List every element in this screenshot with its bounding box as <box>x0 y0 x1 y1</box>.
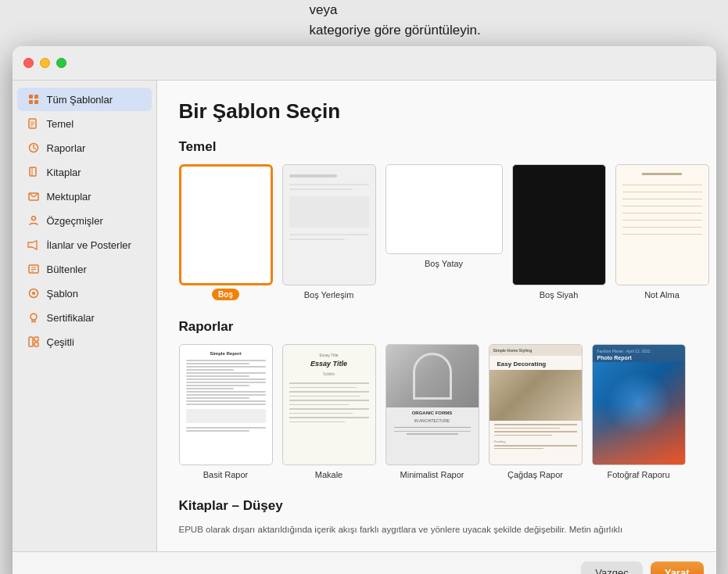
sidebar-item-cesitli[interactable]: Çeşitli <box>17 330 152 353</box>
sidebar-item-label: Raporlar <box>47 142 86 154</box>
raporlar-templates-grid: Simple Report <box>179 344 694 479</box>
sidebar-item-label: İlanlar ve Posterler <box>47 239 131 251</box>
sidebar-item-label: Tüm Şablonlar <box>47 94 113 106</box>
kitaplar-section-desc: EPUB olarak dışarı aktarıldığında içerik… <box>179 523 694 536</box>
grid-icon <box>27 92 41 106</box>
template-fotograf-raporu[interactable]: Fashion Planet · April 12, 2022 Photo Re… <box>592 344 686 479</box>
temel-templates-grid: Boş <box>179 164 694 300</box>
template-thumb-cagdas-rapor: Simple Home Styling Easy Decorating <box>489 344 583 465</box>
sidebar-item-label: Kitaplar <box>47 167 81 178</box>
sidebar-item-sertifikalar[interactable]: Sertifikalar <box>17 306 152 329</box>
svg-marker-15 <box>28 241 37 249</box>
person-icon <box>27 213 41 228</box>
sidebar-item-label: Sertifikalar <box>47 312 95 324</box>
template-label-not-alma: Not Alma <box>644 290 680 300</box>
svg-rect-3 <box>34 100 38 104</box>
template-label-basit-rapor: Basit Rapor <box>203 470 248 479</box>
temel-section: Temel Boş <box>179 139 694 300</box>
sidebar-item-raporlar[interactable]: Raporlar <box>17 136 152 160</box>
template-bos[interactable]: Boş <box>179 164 273 300</box>
newsletter-icon <box>27 262 41 276</box>
sidebar-item-ozgecmisler[interactable]: Özgeçmişler <box>17 209 152 232</box>
sidebar-item-kitaplar[interactable]: Kitaplar <box>17 160 152 184</box>
sidebar-item-label: Mektuplar <box>47 191 91 203</box>
template-thumb-minimalist-rapor: ORGANIC FORMS IN ARCHITECTURE <box>386 344 479 465</box>
template-label-minimalist-rapor: Minimalist Rapor <box>400 470 464 479</box>
main-content: Bir Şablon Seçin Temel Boş <box>157 81 716 551</box>
svg-rect-24 <box>34 337 38 341</box>
certificate-icon <box>27 310 41 325</box>
svg-line-10 <box>34 148 36 149</box>
template-label-bos-yerlesim: Boş Yerleşim <box>304 290 354 300</box>
template-thumb-bos-siyah <box>512 164 606 285</box>
page-title: Bir Şablon Seçin <box>179 99 694 124</box>
sidebar-item-mektuplar[interactable]: Mektuplar <box>17 185 152 208</box>
template-thumb-not-alma <box>615 164 709 285</box>
svg-point-14 <box>31 217 35 221</box>
kitaplar-section: Kitaplar – Düşey EPUB olarak dışarı akta… <box>179 498 694 536</box>
svg-point-22 <box>30 314 37 320</box>
template-icon <box>27 286 41 300</box>
sidebar-item-label: Özgeçmişler <box>47 215 103 227</box>
maximize-button[interactable] <box>56 58 66 68</box>
misc-icon <box>27 335 41 349</box>
template-bos-siyah[interactable]: Boş Siyah <box>512 164 606 300</box>
template-minimalist-rapor[interactable]: ORGANIC FORMS IN ARCHITECTURE Minimalist… <box>386 344 479 479</box>
raporlar-section-title: Raporlar <box>179 319 694 335</box>
template-makale[interactable]: Essay Title Essay Title Subtitle <box>282 344 376 479</box>
tooltip-text: Tüm şablonları görüntüleyin veya kategor… <box>247 0 482 40</box>
megaphone-icon <box>27 238 41 252</box>
svg-rect-25 <box>34 343 38 346</box>
svg-rect-11 <box>30 167 36 176</box>
sidebar-item-label: Çeşitli <box>47 336 74 348</box>
template-thumb-bos-yerlesim <box>282 164 376 285</box>
selected-badge: Boş <box>212 289 239 300</box>
template-not-alma[interactable]: Not Alma <box>615 164 709 300</box>
template-label-bos-siyah: Boş Siyah <box>540 290 579 300</box>
template-thumb-makale: Essay Title Essay Title Subtitle <box>282 344 376 465</box>
svg-point-21 <box>32 292 35 295</box>
template-label-makale: Makale <box>315 470 342 479</box>
svg-rect-0 <box>29 95 33 99</box>
template-thumb-fotograf-raporu: Fashion Planet · April 12, 2022 Photo Re… <box>592 344 686 465</box>
template-cagdas-rapor[interactable]: Simple Home Styling Easy Decorating <box>489 344 583 479</box>
template-thumb-basit-rapor: Simple Report <box>179 344 273 465</box>
template-label-fotograf-raporu: Fotoğraf Raporu <box>607 470 669 479</box>
temel-section-title: Temel <box>179 139 694 155</box>
raporlar-section: Raporlar Simple Report <box>179 319 694 479</box>
sidebar-item-tum-sablonlar[interactable]: Tüm Şablonlar <box>17 88 152 111</box>
doc-icon <box>27 117 41 131</box>
cancel-button[interactable]: Vazgeç <box>581 561 642 574</box>
sidebar-item-label: Şablon <box>47 288 78 300</box>
sidebar-item-sablon[interactable]: Şablon <box>17 282 152 305</box>
sidebar-item-label: Bültenler <box>47 264 87 275</box>
svg-rect-2 <box>29 100 33 104</box>
sidebar-item-bultenler[interactable]: Bültenler <box>17 257 152 281</box>
window-body: Tüm Şablonlar Temel <box>13 81 716 551</box>
book-icon <box>27 165 41 179</box>
template-bos-yatay[interactable]: Boş Yatay <box>386 164 503 300</box>
template-label-cagdas-rapor: Çağdaş Rapor <box>507 470 563 479</box>
main-window: Tüm Şablonlar Temel <box>13 46 716 574</box>
minimize-button[interactable] <box>40 58 50 68</box>
kitaplar-section-title: Kitaplar – Düşey <box>179 498 694 514</box>
sidebar-item-label: Temel <box>47 118 74 130</box>
template-basit-rapor[interactable]: Simple Report <box>179 344 273 479</box>
sidebar-item-ilanlar-ve-posterler[interactable]: İlanlar ve Posterler <box>17 233 152 257</box>
sidebar-item-temel[interactable]: Temel <box>17 112 152 135</box>
report-icon <box>27 141 41 155</box>
svg-rect-1 <box>34 95 38 99</box>
template-bos-yerlesim[interactable]: Boş Yerleşim <box>282 164 376 300</box>
template-label-bos-yatay: Boş Yatay <box>425 259 463 268</box>
window-header <box>13 46 716 81</box>
close-button[interactable] <box>23 58 34 68</box>
create-button[interactable]: Yarat <box>651 561 704 574</box>
template-thumb-bos-yatay <box>386 164 503 254</box>
bottom-bar: Vazgeç Yarat <box>13 551 716 574</box>
svg-rect-23 <box>29 337 33 346</box>
envelope-icon <box>27 189 41 203</box>
template-thumb-bos <box>179 164 273 285</box>
sidebar: Tüm Şablonlar Temel <box>13 81 157 551</box>
